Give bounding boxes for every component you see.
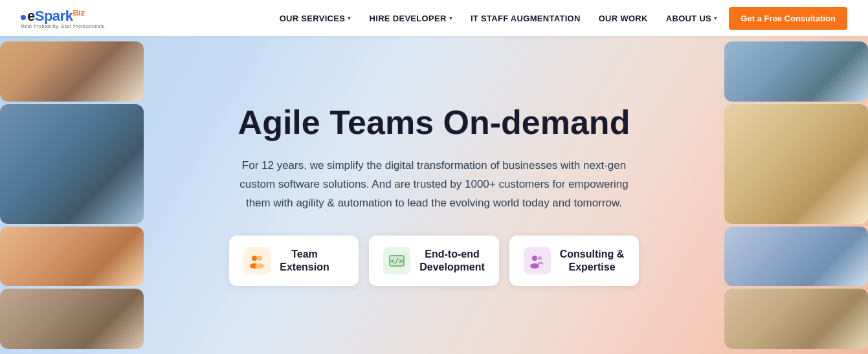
- service-card-team-extension[interactable]: Team Extension: [229, 236, 359, 286]
- chevron-down-icon: ▾: [348, 15, 351, 21]
- consulting-label: Consulting & Expertise: [560, 248, 625, 275]
- get-consultation-button[interactable]: Get a Free Consultation: [729, 7, 847, 30]
- nav-label-our-services: OUR SERVICES: [280, 14, 346, 23]
- collage-image-5: [724, 41, 868, 102]
- hero-section: Agile Teams On-demand For 12 years, we s…: [0, 36, 868, 354]
- service-cards: Team Extension </> End-to-end Developmen…: [227, 236, 641, 286]
- collage-image-8: [724, 289, 868, 349]
- logo-tagline: Meet Probability. Best Professionals.: [21, 24, 106, 28]
- svg-point-7: [532, 256, 537, 261]
- team-extension-label: Team Extension: [280, 248, 329, 275]
- nav-item-our-services[interactable]: OUR SERVICES ▾: [273, 10, 358, 27]
- nav-item-our-work[interactable]: OUR WORK: [592, 10, 654, 27]
- end-to-end-label: End-to-end Development: [419, 248, 484, 275]
- collage-image-1: [0, 41, 144, 102]
- service-card-consulting[interactable]: Consulting & Expertise: [509, 236, 639, 286]
- nav-label-our-work: OUR WORK: [599, 14, 648, 23]
- svg-point-8: [538, 256, 542, 260]
- collage-image-6: [724, 104, 868, 224]
- hero-content: Agile Teams On-demand For 12 years, we s…: [214, 104, 654, 287]
- left-image-collage: [0, 36, 149, 354]
- nav-item-hire-developer[interactable]: HIRE DEVELOPER ▾: [363, 10, 459, 27]
- nav-item-it-staff[interactable]: IT STAFF AUGMENTATION: [464, 10, 587, 27]
- chevron-down-icon: ▾: [449, 15, 452, 21]
- collage-image-4: [0, 289, 144, 349]
- right-image-collage: [719, 36, 868, 354]
- hero-subtitle: For 12 years, we simplify the digital tr…: [227, 157, 641, 213]
- end-to-end-icon: </>: [383, 247, 410, 274]
- navbar: eSparkBiz Meet Probability. Best Profess…: [0, 0, 868, 36]
- svg-point-1: [257, 256, 262, 261]
- nav-label-it-staff: IT STAFF AUGMENTATION: [471, 14, 581, 23]
- nav-label-about-us: ABOUT US: [666, 14, 711, 23]
- collage-image-2: [0, 104, 144, 224]
- nav-label-hire-developer: HIRE DEVELOPER: [370, 14, 447, 23]
- consulting-icon: [524, 247, 551, 274]
- svg-point-9: [530, 263, 539, 269]
- logo[interactable]: eSparkBiz Meet Probability. Best Profess…: [21, 8, 106, 28]
- hero-title: Agile Teams On-demand: [227, 104, 641, 141]
- collage-image-7: [724, 227, 868, 287]
- chevron-down-icon: ▾: [714, 15, 717, 21]
- team-extension-icon: [243, 247, 271, 274]
- nav-item-about-us[interactable]: ABOUT US ▾: [660, 10, 724, 27]
- collage-image-3: [0, 227, 144, 287]
- svg-point-3: [255, 263, 264, 269]
- svg-point-0: [252, 256, 257, 261]
- service-card-end-to-end[interactable]: </> End-to-end Development: [369, 236, 498, 286]
- nav-links: OUR SERVICES ▾ HIRE DEVELOPER ▾ IT STAFF…: [273, 7, 847, 30]
- logo-text: eSparkBiz: [21, 8, 84, 25]
- svg-text:</>: </>: [390, 257, 403, 265]
